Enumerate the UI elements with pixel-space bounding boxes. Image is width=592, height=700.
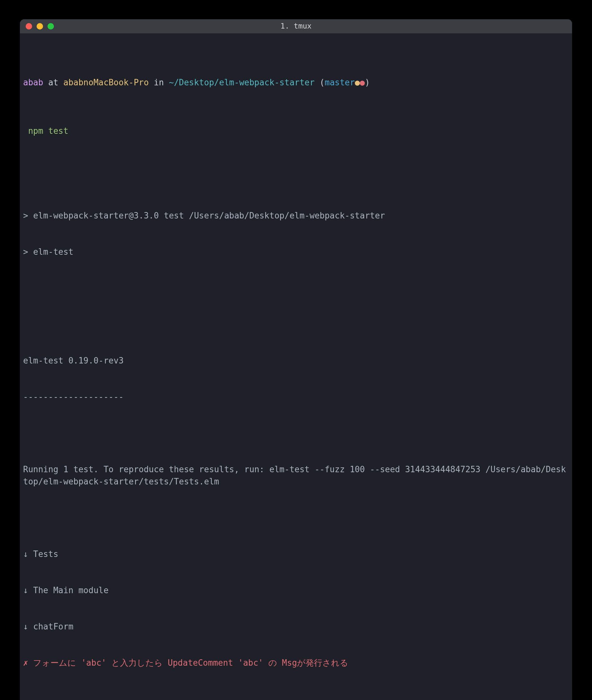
output-line xyxy=(23,427,569,439)
close-icon[interactable] xyxy=(26,23,32,30)
prompt-in: in xyxy=(149,77,169,87)
output-line xyxy=(23,319,569,331)
terminal-window: 1. tmux abab at ababnoMacBook-Pro in ~/D… xyxy=(20,19,572,700)
output-line: -------------------- xyxy=(23,391,569,403)
maximize-icon[interactable] xyxy=(48,23,54,30)
output-line: elm-test 0.19.0-rev3 xyxy=(23,355,569,367)
dot-yellow-icon: ● xyxy=(355,77,360,87)
prompt-path: ~/Desktop/elm-webpack-starter xyxy=(169,77,314,87)
test-path: ↓ Tests xyxy=(23,548,569,560)
prompt-user: abab xyxy=(23,77,43,87)
prompt-host: ababnoMacBook-Pro xyxy=(63,77,149,87)
output-line: Running 1 test. To reproduce these resul… xyxy=(23,464,569,488)
prompt-at: at xyxy=(43,77,63,87)
output-line xyxy=(23,693,569,700)
output-line: > elm-webpack-starter@3.3.0 test /Users/… xyxy=(23,210,569,222)
test-path: ↓ The Main module xyxy=(23,585,569,597)
paren-open: ( xyxy=(314,77,325,87)
output-line xyxy=(23,512,569,524)
titlebar: 1. tmux xyxy=(20,19,572,33)
paren-close: ) xyxy=(365,77,370,87)
git-branch: master xyxy=(325,77,355,87)
dot-red-icon: ● xyxy=(360,77,365,87)
command-line: npm test xyxy=(23,125,569,137)
test-path: ↓ chatForm xyxy=(23,621,569,633)
terminal-content[interactable]: abab at ababnoMacBook-Pro in ~/Desktop/e… xyxy=(20,33,572,700)
failing-test: ✗ フォームに 'abc' と入力したら UpdateComment 'abc'… xyxy=(23,657,569,669)
output-line xyxy=(23,282,569,294)
prompt-line: abab at ababnoMacBook-Pro in ~/Desktop/e… xyxy=(23,77,569,89)
window-title: 1. tmux xyxy=(281,21,312,32)
command-text: npm test xyxy=(23,126,68,136)
minimize-icon[interactable] xyxy=(37,23,43,30)
git-status-dots: ●● xyxy=(355,77,365,87)
output-line xyxy=(23,173,569,186)
output-line: > elm-test xyxy=(23,246,569,258)
traffic-lights xyxy=(26,23,54,30)
